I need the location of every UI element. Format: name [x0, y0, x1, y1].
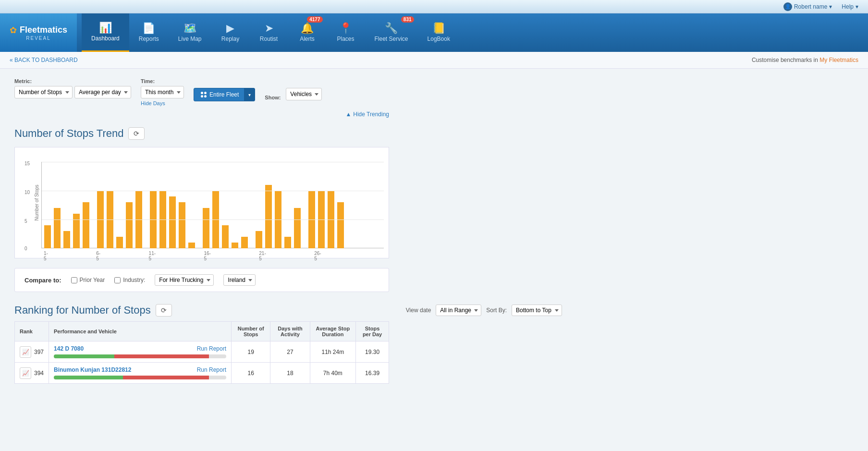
fleetservice-icon: 🔧: [385, 23, 398, 34]
time-select[interactable]: This month: [141, 86, 184, 98]
chart-refresh-button[interactable]: ⟳: [128, 127, 145, 140]
vehicle-link-2[interactable]: Binumon Kunjan 131D22812: [54, 366, 131, 373]
replay-icon: ▶: [226, 23, 234, 34]
customize-label: Customise benchmarks in: [752, 57, 818, 63]
rank-value-1: 397: [34, 349, 44, 355]
nav-livemap[interactable]: 🗺️ Live Map: [169, 13, 211, 52]
cell-stops-1: 19: [232, 341, 270, 363]
view-date-select[interactable]: All in Range: [436, 305, 481, 316]
back-to-dashboard-link[interactable]: « BACK TO DASHBOARD: [10, 57, 78, 63]
bar-16: [203, 208, 209, 248]
chart-container: Number of Stops 15 10 5 0: [14, 147, 389, 258]
metric2-select[interactable]: Average per day: [74, 86, 131, 98]
prior-year-checkbox[interactable]: Prior Year: [71, 277, 105, 283]
alerts-icon: 🔔: [301, 23, 314, 34]
metric-select[interactable]: Number of Stops: [14, 86, 73, 98]
fleet-icon: [201, 92, 207, 98]
grid-line-5: [42, 219, 384, 220]
help-menu[interactable]: Help ▾: [842, 3, 858, 10]
hide-days-link[interactable]: Hide Days: [141, 100, 184, 106]
vehicle-link-1[interactable]: 142 D 7080: [54, 345, 84, 352]
alerts-badge: 4177: [307, 16, 322, 23]
prior-year-label: Prior Year: [80, 277, 105, 283]
nav-routist[interactable]: ➤ Routist: [250, 13, 288, 52]
col-rank: Rank: [15, 322, 49, 341]
user-icon: 👤: [783, 2, 792, 11]
y-tick-0: 0: [24, 246, 27, 251]
fleet-dots: [201, 92, 207, 98]
chart-section-header: Number of Stops Trend ⟳: [14, 127, 562, 140]
industry-checkbox[interactable]: Industry:: [114, 277, 145, 283]
fleet-btn-group: Entire Fleet ▾: [194, 88, 255, 101]
rank-cell-2: 📈 394: [20, 367, 44, 379]
sort-by-label: Sort By:: [486, 307, 507, 314]
nav-logbook[interactable]: 📒 LogBook: [418, 13, 460, 52]
help-label: Help: [842, 3, 854, 10]
table-header: Rank Performance and Vehicle Number of S…: [15, 322, 389, 341]
nav-alerts[interactable]: 4177 🔔 Alerts: [288, 13, 327, 52]
x-label-6: 26-5: [314, 251, 321, 261]
bar-14: [179, 202, 185, 248]
metric-label: Metric:: [14, 78, 131, 84]
y-tick-10: 10: [24, 190, 30, 195]
customize-text: Customise benchmarks in My Fleetmatics: [752, 57, 858, 63]
nav-places[interactable]: 📍 Places: [327, 13, 365, 52]
chart-icon-1[interactable]: 📈: [20, 346, 31, 358]
x-label-5: 21-5: [259, 251, 266, 261]
grid-line-10: [42, 191, 384, 191]
region-select[interactable]: Ireland: [223, 274, 256, 286]
cell-vehicle-1: 142 D 7080 Run Report: [49, 341, 232, 363]
user-menu[interactable]: 👤 Robert name ▾: [783, 2, 832, 11]
grid-line-15: [42, 162, 384, 162]
nav-dashboard[interactable]: 📊 Dashboard: [82, 13, 129, 52]
progress-green-2: [54, 376, 123, 379]
logbook-icon: 📒: [432, 23, 445, 34]
breadcrumb: « BACK TO DASHBOARD Customise benchmarks…: [0, 52, 868, 69]
chart-icon-2[interactable]: 📈: [20, 367, 31, 379]
chart-area-wrapper: 15 10 5 0: [39, 152, 384, 248]
top-bar-right: 👤 Robert name ▾ Help ▾: [783, 2, 858, 11]
sort-by-select[interactable]: Bottom to Top: [512, 305, 562, 316]
run-report-link-2[interactable]: Run Report: [197, 366, 226, 373]
progress-red-1: [114, 354, 209, 358]
bar-13: [169, 196, 176, 248]
nav-fleetservice[interactable]: 831 🔧 Fleet Service: [365, 13, 418, 52]
fleet-dropdown-button[interactable]: ▾: [244, 88, 255, 101]
cell-days-1: 27: [270, 341, 310, 363]
logo: ✿ Fleetmatics REVEAL: [0, 25, 77, 41]
table-row: 📈 394 Binumon Kunjan 131D22812 Run Repor…: [15, 363, 389, 384]
run-report-link-1[interactable]: Run Report: [197, 345, 226, 352]
metric-selects: Number of Stops Average per day: [14, 86, 131, 98]
nav-places-label: Places: [337, 36, 354, 42]
bar-8: [116, 237, 123, 248]
nav-reports[interactable]: 📄 Reports: [129, 13, 169, 52]
industry-label: Industry:: [123, 277, 145, 283]
cell-vehicle-2: Binumon Kunjan 131D22812 Run Report: [49, 363, 232, 384]
ranking-refresh-button[interactable]: ⟳: [156, 304, 172, 317]
y-tick-5: 5: [24, 219, 27, 224]
fleet-filter: Entire Fleet ▾: [194, 88, 255, 101]
industry-select[interactable]: For Hire Trucking: [155, 274, 214, 286]
hide-trending-link[interactable]: ▲ Hide Trending: [345, 111, 389, 118]
nav-fleetservice-label: Fleet Service: [375, 36, 408, 42]
progress-red-2: [123, 376, 209, 379]
main-content: Metric: Number of Stops Average per day …: [0, 69, 576, 393]
col-stops: Number of Stops: [232, 322, 270, 341]
col-stops-day: Stops per Day: [356, 322, 389, 341]
fleet-button[interactable]: Entire Fleet: [194, 88, 246, 101]
nav-replay-label: Replay: [221, 36, 239, 42]
industry-check[interactable]: [114, 277, 121, 283]
user-dropdown-icon: ▾: [829, 3, 832, 10]
fleet-label: Entire Fleet: [209, 91, 239, 98]
customize-link[interactable]: My Fleetmatics: [819, 57, 858, 63]
routist-icon: ➤: [265, 23, 273, 34]
livemap-icon: 🗺️: [183, 23, 196, 34]
compare-bar: Compare to: Prior Year Industry: For Hir…: [14, 268, 389, 292]
nav-replay[interactable]: ▶ Replay: [211, 13, 250, 52]
logo-reveal: REVEAL: [26, 36, 50, 41]
reports-icon: 📄: [142, 23, 155, 34]
time-filter: Time: This month Hide Days: [141, 78, 184, 106]
hide-trending-container: ▲ Hide Trending: [14, 111, 389, 118]
prior-year-check[interactable]: [71, 277, 77, 283]
show-select[interactable]: Vehicles: [286, 88, 322, 100]
